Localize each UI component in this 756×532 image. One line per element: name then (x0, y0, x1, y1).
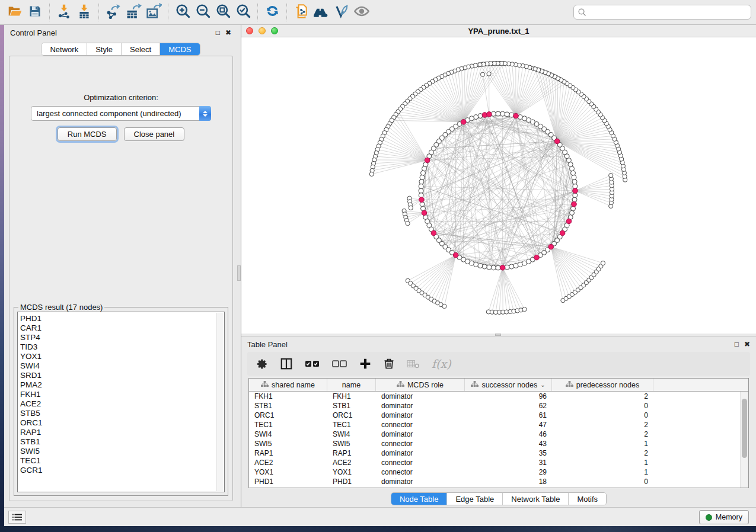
result-list-scrollbar[interactable] (216, 313, 224, 491)
sort-desc-icon: ⌄ (540, 382, 545, 388)
tab-motifs[interactable]: Motifs (568, 493, 606, 505)
result-list-item[interactable]: YOX1 (20, 352, 213, 361)
zoom-selected-button[interactable] (233, 2, 253, 23)
zoom-fit-button[interactable] (213, 2, 233, 23)
result-list-item[interactable]: SWI4 (20, 361, 213, 371)
table-row[interactable]: PHD1PHD1dominator180 (249, 477, 740, 486)
optimization-criterion-label: Optimization criterion: (9, 93, 232, 102)
select-all-button[interactable] (305, 360, 320, 368)
memory-button[interactable]: Memory (699, 510, 749, 524)
columns-icon (280, 357, 293, 370)
import-network-icon (56, 4, 72, 21)
table-row[interactable]: SWI4SWI4dominator462 (249, 430, 740, 439)
search-input[interactable] (589, 8, 747, 17)
result-list-item[interactable]: SRD1 (20, 371, 213, 380)
control-panel: Control Panel □ ✖ NetworkStyleSelectMCDS… (4, 25, 237, 507)
network-graph[interactable] (241, 37, 756, 334)
table-row[interactable]: RAP1RAP1dominator352 (249, 448, 740, 458)
tab-network[interactable]: Network (42, 43, 87, 55)
vizmapper-button[interactable] (331, 2, 352, 23)
result-list-item[interactable]: RAP1 (20, 428, 213, 437)
table-row[interactable]: TEC1TEC1connector472 (249, 420, 740, 430)
tab-style[interactable]: Style (87, 43, 121, 55)
result-list-item[interactable]: TID3 (20, 342, 213, 352)
table-panel-tabs: Node TableEdge TableNetwork TableMotifs (241, 492, 756, 505)
delete-column-button[interactable] (383, 358, 395, 370)
run-mcds-button[interactable]: Run MCDS (58, 127, 117, 141)
add-column-button[interactable] (359, 358, 371, 370)
tab-select[interactable]: Select (121, 43, 160, 55)
vertical-splitter[interactable] (237, 25, 241, 507)
table-panel-title: Table Panel (247, 340, 288, 349)
result-list-item[interactable]: SWI5 (20, 447, 213, 456)
app-screen: Control Panel □ ✖ NetworkStyleSelectMCDS… (0, 0, 756, 532)
mcds-result-list[interactable]: PHD1CAR1STP4TID3YOX1SWI4SRD1PMA2FKH1ACE2… (17, 312, 225, 492)
result-list-item[interactable]: CAR1 (20, 323, 213, 333)
table-scrollbar[interactable] (740, 392, 748, 488)
tab-mcds[interactable]: MCDS (160, 43, 199, 55)
result-list-item[interactable]: TEC1 (20, 456, 213, 466)
tab-edge-table[interactable]: Edge Table (446, 493, 502, 505)
scrollbar-thumb[interactable] (742, 399, 747, 458)
result-list-item[interactable]: STB5 (20, 409, 213, 418)
column-header-MCDS-role[interactable]: MCDS role (376, 379, 465, 391)
network-window-title: YPA_prune.txt_1 (241, 27, 756, 36)
result-list-item[interactable]: ACE2 (20, 399, 213, 409)
tab-network-table[interactable]: Network Table (502, 493, 568, 505)
clone-network-button[interactable] (291, 2, 311, 23)
column-header-successor-nodes[interactable]: successor nodes⌄ (465, 379, 552, 391)
column-header-name[interactable]: name (327, 379, 376, 391)
export-network-button[interactable] (103, 2, 123, 23)
network-window-titlebar[interactable]: YPA_prune.txt_1 (241, 25, 756, 37)
show-hide-button[interactable] (352, 2, 372, 23)
deselect-all-button[interactable] (332, 360, 347, 368)
save-floppy-icon (28, 4, 42, 21)
refresh-button[interactable] (262, 2, 282, 23)
splitter-grip[interactable] (237, 265, 241, 281)
result-list-item[interactable]: STP4 (20, 333, 213, 342)
show-columns-button[interactable] (280, 357, 293, 370)
result-list-item[interactable]: ORC1 (20, 418, 213, 428)
result-list-item[interactable]: PHD1 (20, 314, 213, 323)
table-row[interactable]: ORC1ORC1dominator610 (249, 411, 740, 420)
table-row[interactable]: FKH1FKH1dominator962 (249, 392, 740, 401)
table-row[interactable]: SWI5SWI5connector431 (249, 439, 740, 448)
zoom-out-button[interactable] (193, 2, 213, 23)
toolbar-separator (286, 4, 287, 21)
import-table-button[interactable] (74, 2, 94, 23)
attribute-tree-icon (261, 381, 269, 389)
column-header-predecessor-nodes[interactable]: predecessor nodes (552, 379, 653, 391)
float-panel-icon[interactable]: □ (216, 29, 220, 36)
import-network-button[interactable] (54, 2, 74, 23)
table-row[interactable]: YOX1YOX1connector291 (249, 467, 740, 477)
zoom-in-button[interactable] (173, 2, 193, 23)
open-button[interactable] (5, 2, 25, 23)
close-panel-icon[interactable]: ✖ (744, 341, 750, 348)
result-list-item[interactable]: PMA2 (20, 380, 213, 390)
column-header-shared-name[interactable]: shared name (249, 379, 327, 391)
memory-status-icon (706, 514, 712, 521)
gear-icon (257, 358, 268, 370)
optimization-criterion-select[interactable]: largest connected component (undirected) (31, 106, 211, 121)
global-search[interactable] (573, 5, 751, 20)
control-panel-tabs: NetworkStyleSelectMCDS (4, 43, 237, 56)
save-button[interactable] (25, 2, 45, 23)
search-network-button[interactable] (311, 2, 331, 23)
clone-network-icon (294, 4, 309, 21)
result-list-item[interactable]: STB1 (20, 437, 213, 447)
export-image-button[interactable] (143, 2, 164, 23)
result-list-item[interactable]: GCR1 (20, 466, 213, 475)
table-options-button[interactable] (257, 358, 268, 370)
close-panel-icon[interactable]: ✖ (225, 29, 231, 36)
search-icon (578, 8, 586, 17)
table-row[interactable]: STB1STB1dominator620 (249, 401, 740, 411)
close-panel-button[interactable]: Close panel (124, 127, 185, 141)
table-row[interactable]: ACE2ACE2connector311 (249, 458, 740, 467)
task-history-button[interactable] (8, 511, 26, 524)
eye-icon (353, 3, 370, 22)
tab-node-table[interactable]: Node Table (391, 493, 447, 505)
result-list-item[interactable]: FKH1 (20, 390, 213, 399)
network-view[interactable] (241, 37, 756, 334)
export-table-button[interactable] (123, 2, 143, 23)
float-panel-icon[interactable]: □ (735, 341, 739, 348)
